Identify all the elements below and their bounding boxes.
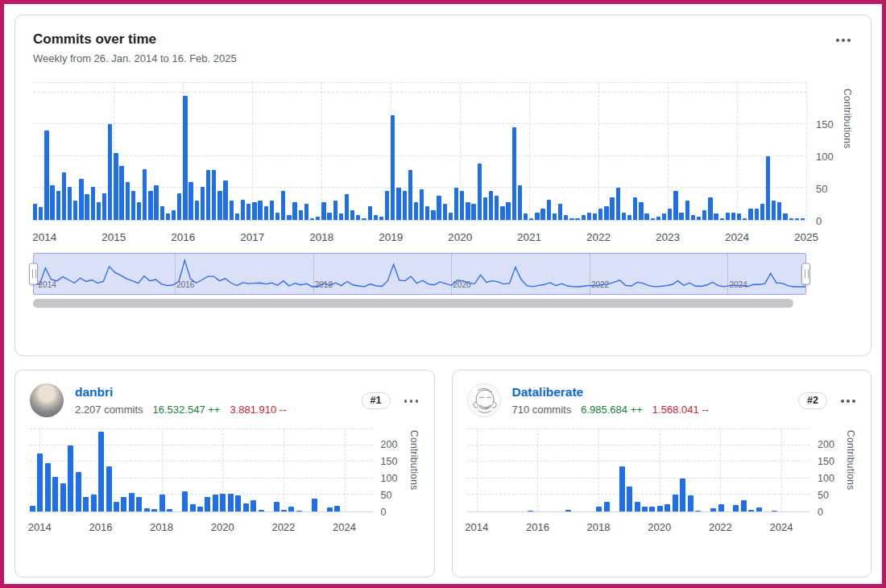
bar[interactable] <box>292 202 296 220</box>
bar[interactable] <box>662 213 666 220</box>
bar[interactable] <box>396 188 400 220</box>
bar[interactable] <box>673 495 678 511</box>
bar[interactable] <box>610 197 614 220</box>
bar[interactable] <box>783 213 787 220</box>
bar[interactable] <box>414 202 418 220</box>
bar[interactable] <box>350 210 354 220</box>
bar[interactable] <box>449 213 453 220</box>
bar[interactable] <box>733 505 739 511</box>
bar[interactable] <box>167 509 172 511</box>
bar[interactable] <box>518 185 522 220</box>
bar[interactable] <box>316 217 320 220</box>
bar[interactable] <box>741 500 747 511</box>
bar[interactable] <box>495 196 499 220</box>
bar[interactable] <box>68 187 72 220</box>
bar[interactable] <box>188 182 193 220</box>
bar[interactable] <box>598 209 602 220</box>
bar[interactable] <box>679 213 683 220</box>
bar[interactable] <box>688 495 693 511</box>
bar[interactable] <box>695 511 701 511</box>
bar[interactable] <box>56 191 60 220</box>
bar[interactable] <box>223 180 227 220</box>
bar[interactable] <box>172 210 176 220</box>
bar[interactable] <box>33 204 37 220</box>
bar[interactable] <box>119 166 123 220</box>
bar[interactable] <box>195 201 199 220</box>
bar[interactable] <box>720 218 724 220</box>
bar[interactable] <box>235 495 241 511</box>
bar[interactable] <box>529 218 533 220</box>
bar[interactable] <box>714 213 718 220</box>
bar[interactable] <box>627 215 631 220</box>
bar[interactable] <box>148 191 152 220</box>
bar[interactable] <box>106 466 112 511</box>
bar[interactable] <box>312 499 317 511</box>
bar[interactable] <box>777 202 781 220</box>
bar[interactable] <box>250 500 256 511</box>
bar[interactable] <box>228 494 234 511</box>
bar[interactable] <box>197 507 203 511</box>
bar[interactable] <box>569 218 573 220</box>
bar[interactable] <box>737 213 741 220</box>
bar[interactable] <box>708 197 712 220</box>
bar[interactable] <box>73 201 77 220</box>
bar[interactable] <box>136 497 142 512</box>
bar[interactable] <box>333 201 337 220</box>
bar[interactable] <box>177 193 181 220</box>
bar[interactable] <box>97 202 101 220</box>
bar[interactable] <box>500 206 504 220</box>
bar-plot-area[interactable] <box>467 429 810 512</box>
bar[interactable] <box>60 483 66 511</box>
brush-left-handle-icon[interactable] <box>29 263 38 285</box>
bar[interactable] <box>454 188 458 220</box>
bar[interactable] <box>91 187 95 220</box>
bar[interactable] <box>182 491 188 511</box>
bar[interactable] <box>403 191 407 220</box>
bar[interactable] <box>691 215 695 220</box>
bar[interactable] <box>206 170 210 220</box>
bar[interactable] <box>212 170 216 220</box>
bar[interactable] <box>772 201 776 220</box>
bar[interactable] <box>183 96 187 220</box>
bar[interactable] <box>478 164 482 220</box>
bar[interactable] <box>420 189 424 220</box>
bar[interactable] <box>582 215 586 220</box>
bar[interactable] <box>274 502 279 511</box>
bar[interactable] <box>642 507 648 511</box>
bar[interactable] <box>39 207 43 220</box>
bar[interactable] <box>288 507 294 511</box>
bar[interactable] <box>512 127 516 220</box>
bar[interactable] <box>673 191 677 220</box>
bar[interactable] <box>270 201 274 220</box>
bar[interactable] <box>379 217 383 220</box>
bar[interactable] <box>668 209 672 220</box>
bar[interactable] <box>685 201 689 220</box>
bar[interactable] <box>91 495 97 511</box>
bar[interactable] <box>535 213 539 220</box>
horizontal-scrollbar[interactable] <box>33 299 793 308</box>
bar[interactable] <box>62 172 66 220</box>
bar[interactable] <box>644 213 648 220</box>
brush-right-handle-icon[interactable] <box>801 263 810 285</box>
bar[interactable] <box>547 200 551 220</box>
bar[interactable] <box>596 507 602 511</box>
bar[interactable] <box>241 200 245 220</box>
bar[interactable] <box>275 213 279 220</box>
bar[interactable] <box>408 170 412 220</box>
bar[interactable] <box>593 213 597 220</box>
bar[interactable] <box>697 217 701 220</box>
bar[interactable] <box>627 487 632 511</box>
bar[interactable] <box>471 204 475 220</box>
bar[interactable] <box>558 204 562 220</box>
bar[interactable] <box>362 218 366 220</box>
bar[interactable] <box>710 508 716 511</box>
bar[interactable] <box>718 504 724 511</box>
bar[interactable] <box>321 202 325 220</box>
bar[interactable] <box>137 202 141 220</box>
bar[interactable] <box>83 497 89 512</box>
bar[interactable] <box>431 210 435 220</box>
kebab-horizontal-icon[interactable] <box>840 394 856 407</box>
bar[interactable] <box>52 477 58 511</box>
bar[interactable] <box>259 510 264 511</box>
bar[interactable] <box>235 213 239 220</box>
